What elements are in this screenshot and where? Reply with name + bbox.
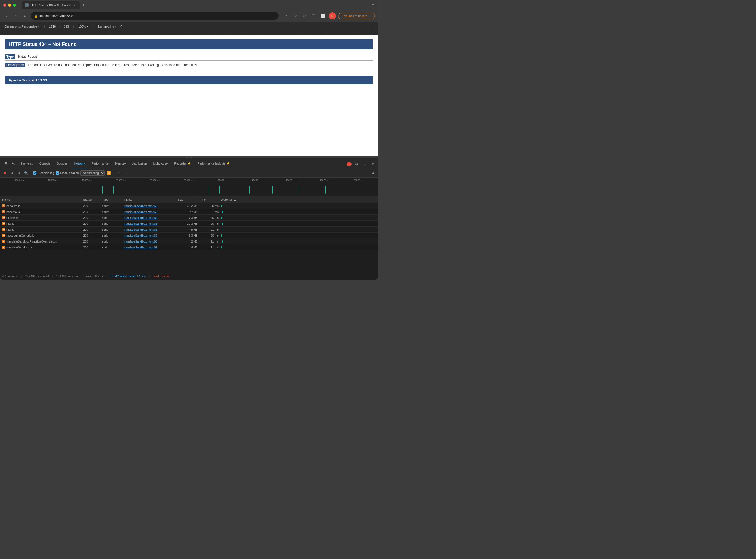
address-bar[interactable]: 🔒 localhost:8080/mvc/2342 — [31, 12, 279, 20]
browser-tab[interactable]: 🌐 HTTP Status 404 – Not Found × — [22, 1, 80, 9]
device-toggle-icon: ⊞ — [4, 161, 7, 166]
load-time: Load: 145 ms — [153, 275, 169, 278]
sidebar-button[interactable]: ⬜ — [320, 13, 327, 19]
column-initiator-header[interactable]: Initiator — [124, 198, 178, 201]
description-label: Description — [5, 63, 25, 67]
table-row[interactable]: JS translateSandbox.js 200 script transl… — [0, 244, 378, 250]
record-button[interactable]: ⏺ — [2, 170, 7, 176]
timeline-body[interactable] — [0, 183, 378, 196]
table-row[interactable]: JS translateSandboxFunctionOverrides.js … — [0, 239, 378, 244]
row-time: 20 ms — [199, 204, 221, 207]
extensions-button[interactable]: ⊕ — [301, 13, 308, 19]
wifi-icon[interactable]: 📶 — [106, 170, 112, 176]
preserve-log-input[interactable] — [33, 171, 37, 175]
forward-button[interactable]: › — [13, 13, 19, 19]
timeline-mark-8: 40000 ms — [240, 179, 274, 182]
row-initiator[interactable]: translateSandbox.html:68 — [124, 240, 178, 243]
devtools-panel: ⊞ ↖ Elements Console Sources Network Per… — [0, 158, 378, 280]
throttling-selector[interactable]: No throttling ▾ — [98, 25, 117, 28]
description-value: The origin server did not find a current… — [27, 63, 198, 67]
row-initiator[interactable]: translateSandbox.html:66 — [124, 228, 178, 231]
window-expand-button[interactable]: ⌃ — [371, 3, 375, 7]
upload-har-button[interactable]: ↑ — [116, 170, 122, 176]
column-size-header[interactable]: Size — [178, 198, 199, 201]
new-tab-button[interactable]: + — [80, 1, 87, 9]
table-row[interactable]: JS schema.js 200 script translateSandbox… — [0, 209, 378, 215]
rotate-icon[interactable]: ⟲ — [120, 25, 122, 28]
dimensions-selector[interactable]: Dimensions: Responsive ▾ — [4, 25, 40, 28]
maximize-button[interactable] — [13, 3, 16, 7]
tab-sources[interactable]: Sources — [53, 159, 71, 168]
toolbar-separator — [31, 171, 31, 175]
preserve-log-checkbox[interactable]: Preserve log — [33, 171, 54, 175]
row-initiator[interactable]: translateSandbox.html:62 — [124, 204, 178, 207]
zoom-selector[interactable]: 100% ▾ — [78, 25, 89, 28]
reading-list-button[interactable]: ☰ — [310, 13, 318, 19]
row-initiator[interactable]: translateSandbox.html:67 — [124, 234, 178, 237]
minimize-button[interactable] — [8, 3, 11, 7]
column-status-header[interactable]: Status — [83, 198, 102, 201]
tab-elements[interactable]: Elements — [17, 159, 36, 168]
share-button[interactable]: ↑ — [283, 13, 290, 19]
nav-actions: ↑ ☆ ⊕ ☰ ⬜ E Relaunch to update ⋮ — [283, 13, 375, 19]
table-row[interactable]: JS http.js 200 script translateSandbox.h… — [0, 227, 378, 232]
tab-performance-insights[interactable]: Performance insights ⚡ — [194, 159, 233, 168]
tab-device-toggle[interactable]: ⊞ — [2, 159, 10, 168]
viewport-height: 393 — [64, 25, 69, 28]
ruler-marks — [2, 33, 376, 33]
download-har-button[interactable]: ↓ — [123, 170, 129, 176]
device-toolbar: Dimensions: Responsive ▾ | 1248 × 393 | … — [0, 22, 378, 31]
row-initiator[interactable]: translateSandbox.html:65 — [124, 222, 178, 225]
ruler — [0, 31, 378, 35]
row-initiator[interactable]: translateSandbox.html:64 — [124, 216, 178, 219]
devtools-settings-button[interactable]: ⚙ — [354, 161, 360, 167]
column-waterfall-header[interactable]: Waterfall ▲ — [221, 198, 376, 201]
row-initiator[interactable]: translateSandbox.html:63 — [124, 210, 178, 214]
relaunch-button[interactable]: Relaunch to update ⋮ — [338, 13, 375, 19]
tab-sources-label: Sources — [57, 162, 67, 165]
profile-button[interactable]: E — [329, 13, 336, 19]
tab-performance[interactable]: Performance — [88, 159, 112, 168]
bookmark-button[interactable]: ☆ — [292, 13, 299, 19]
column-name-header[interactable]: Name — [2, 198, 83, 201]
table-row[interactable]: JS utilities.js 200 script translateSand… — [0, 215, 378, 221]
row-name: http.js — [6, 228, 83, 231]
reload-button[interactable]: ↻ — [22, 13, 29, 19]
toolbar-divider2: | — [73, 25, 74, 28]
tab-application[interactable]: Application — [129, 159, 150, 168]
row-status: 200 — [83, 210, 102, 214]
table-row[interactable]: JS messagingGeneric.js 200 script transl… — [0, 232, 378, 239]
timeline-mark-6: 30000 ms — [172, 179, 206, 182]
network-settings-button[interactable]: ⚙ — [370, 170, 376, 176]
table-row[interactable]: JS http.js 200 script translateSandbox.h… — [0, 221, 378, 227]
column-type-header[interactable]: Type — [102, 198, 124, 201]
more-options-icon[interactable]: ⋮ — [370, 24, 374, 28]
tab-inspect[interactable]: ↖ — [10, 159, 17, 168]
row-initiator[interactable]: translateSandbox.html:69 — [124, 246, 178, 249]
tab-lighthouse-label: Lighthouse — [153, 162, 168, 165]
disable-cache-checkbox[interactable]: Disable cache — [56, 171, 79, 175]
devtools-more-button[interactable]: ⋮ — [362, 161, 368, 167]
search-button[interactable]: 🔍 — [23, 170, 29, 176]
throttling-selector[interactable]: No throttling — [81, 170, 105, 176]
disable-cache-input[interactable] — [56, 171, 59, 175]
column-time-header[interactable]: Time — [199, 198, 221, 201]
tab-memory[interactable]: Memory — [112, 159, 129, 168]
resize-handle[interactable]: — — — [0, 156, 378, 158]
timeline-mark-10: 50000 ms — [308, 179, 342, 182]
tab-recorder[interactable]: Recorder ⚡ — [171, 159, 194, 168]
tab-console[interactable]: Console — [36, 159, 53, 168]
filter-button[interactable]: ⊘ — [16, 170, 22, 176]
close-button[interactable] — [3, 3, 6, 7]
tab-network[interactable]: Network — [71, 159, 88, 168]
row-waterfall — [221, 209, 376, 215]
clear-button[interactable]: ⊘ — [9, 170, 15, 176]
row-waterfall — [221, 227, 376, 232]
requests-count: 403 requests — [2, 275, 18, 278]
tab-lighthouse[interactable]: Lighthouse — [150, 159, 171, 168]
back-button[interactable]: ‹ — [3, 13, 10, 19]
row-size: 6.3 kB — [178, 234, 199, 237]
table-row[interactable]: JS serialize.js 200 script translateSand… — [0, 203, 378, 209]
tab-close-button[interactable]: × — [73, 3, 77, 7]
devtools-close-button[interactable]: × — [370, 161, 376, 167]
